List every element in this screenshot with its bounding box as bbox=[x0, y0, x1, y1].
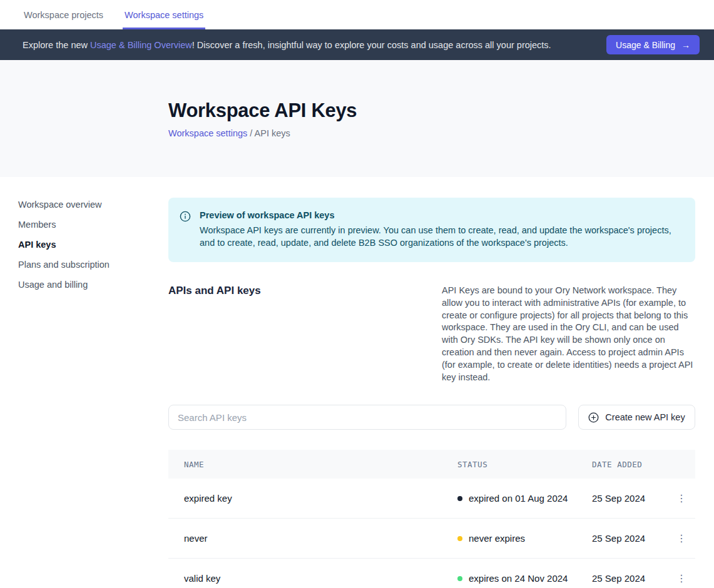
api-key-status-cell: expires on 24 Nov 2024 bbox=[457, 573, 592, 584]
callout-content: Preview of workspace API keys Workspace … bbox=[200, 210, 680, 249]
api-key-name: never bbox=[168, 533, 457, 544]
breadcrumb-workspace-settings-link[interactable]: Workspace settings bbox=[168, 128, 247, 138]
api-key-status-cell: never expires bbox=[457, 533, 592, 544]
tab-label: Workspace settings bbox=[125, 10, 203, 20]
breadcrumb-separator: / bbox=[250, 128, 252, 138]
api-key-date-added: 25 Sep 2024 bbox=[592, 533, 668, 544]
usage-billing-overview-link[interactable]: Usage & Billing Overview bbox=[90, 40, 192, 50]
sidebar-item-label: Members bbox=[18, 220, 56, 230]
breadcrumb-current: API keys bbox=[255, 128, 290, 138]
status-dot-icon bbox=[457, 576, 462, 581]
api-keys-toolbar: Create new API key bbox=[168, 405, 695, 430]
row-menu-kebab-icon[interactable]: ⋮ bbox=[668, 534, 695, 544]
api-key-name: valid key bbox=[168, 573, 457, 584]
section-description: API Keys are bound to your Ory Network w… bbox=[442, 285, 695, 383]
banner-text-after: ! Discover a fresh, insightful way to ex… bbox=[192, 40, 551, 50]
callout-body: Workspace API keys are currently in prev… bbox=[200, 224, 680, 249]
banner-text: Explore the new Usage & Billing Overview… bbox=[23, 40, 606, 50]
page-header: Workspace API Keys Workspace settings / … bbox=[0, 60, 714, 177]
settings-sidebar: Workspace overview Members API keys Plan… bbox=[18, 200, 156, 290]
callout-title: Preview of workspace API keys bbox=[200, 210, 680, 220]
table-header-row: NAME STATUS DATE ADDED bbox=[168, 450, 695, 479]
usage-billing-button-label: Usage & Billing bbox=[616, 40, 675, 50]
status-dot-icon bbox=[457, 496, 462, 501]
api-key-date-added: 25 Sep 2024 bbox=[592, 493, 668, 504]
table-row: valid key expires on 24 Nov 2024 25 Sep … bbox=[168, 559, 695, 588]
api-keys-table: NAME STATUS DATE ADDED expired key expir… bbox=[168, 450, 695, 588]
top-navigation: Workspace projects Workspace settings bbox=[0, 0, 714, 29]
top-nav-tab[interactable]: Workspace settings bbox=[123, 0, 205, 29]
sidebar-item-label: API keys bbox=[18, 240, 56, 250]
plus-circle-icon bbox=[588, 412, 599, 423]
usage-billing-button[interactable]: Usage & Billing → bbox=[606, 35, 700, 54]
sidebar-item[interactable]: Members bbox=[18, 220, 156, 230]
table-body: expired key expired on 01 Aug 2024 25 Se… bbox=[168, 479, 695, 588]
api-key-status-text: expired on 01 Aug 2024 bbox=[469, 493, 568, 504]
api-key-status-cell: expired on 01 Aug 2024 bbox=[457, 493, 592, 504]
content-column: Preview of workspace API keys Workspace … bbox=[168, 177, 695, 588]
sidebar-item[interactable]: Workspace overview bbox=[18, 200, 156, 210]
api-key-date-added: 25 Sep 2024 bbox=[592, 573, 668, 584]
apis-section: APIs and API keys API Keys are bound to … bbox=[168, 285, 695, 383]
row-menu-kebab-icon[interactable]: ⋮ bbox=[668, 494, 695, 504]
create-api-key-label: Create new API key bbox=[605, 412, 685, 422]
api-key-status-text: expires on 24 Nov 2024 bbox=[469, 573, 568, 584]
column-header-status: STATUS bbox=[457, 460, 592, 469]
search-input[interactable] bbox=[168, 405, 566, 430]
sidebar-item[interactable]: API keys bbox=[18, 240, 156, 250]
sidebar-item-label: Plans and subscription bbox=[18, 260, 110, 270]
announcement-banner: Explore the new Usage & Billing Overview… bbox=[0, 29, 714, 60]
arrow-right-icon: → bbox=[681, 40, 690, 50]
create-api-key-button[interactable]: Create new API key bbox=[578, 405, 695, 430]
sidebar-item-label: Workspace overview bbox=[18, 200, 102, 210]
table-row: expired key expired on 01 Aug 2024 25 Se… bbox=[168, 479, 695, 519]
main-area: Workspace overview Members API keys Plan… bbox=[0, 177, 714, 588]
api-key-name: expired key bbox=[168, 493, 457, 504]
sidebar-item[interactable]: Usage and billing bbox=[18, 280, 156, 290]
status-dot-icon bbox=[457, 536, 462, 541]
column-header-date: DATE ADDED bbox=[592, 460, 668, 469]
top-nav-tab[interactable]: Workspace projects bbox=[22, 0, 105, 29]
section-heading: APIs and API keys bbox=[168, 285, 261, 383]
sidebar-item[interactable]: Plans and subscription bbox=[18, 260, 156, 270]
sidebar-item-label: Usage and billing bbox=[18, 280, 88, 290]
page-title: Workspace API Keys bbox=[168, 99, 714, 122]
api-key-status-text: never expires bbox=[469, 533, 525, 544]
column-header-name: NAME bbox=[168, 460, 457, 469]
tab-label: Workspace projects bbox=[24, 10, 103, 20]
table-row: never never expires 25 Sep 2024 ⋮ bbox=[168, 519, 695, 559]
row-menu-kebab-icon[interactable]: ⋮ bbox=[668, 574, 695, 584]
banner-text-before: Explore the new bbox=[23, 40, 90, 50]
breadcrumb: Workspace settings / API keys bbox=[168, 128, 714, 138]
info-icon bbox=[180, 211, 191, 249]
preview-callout: Preview of workspace API keys Workspace … bbox=[168, 198, 695, 262]
